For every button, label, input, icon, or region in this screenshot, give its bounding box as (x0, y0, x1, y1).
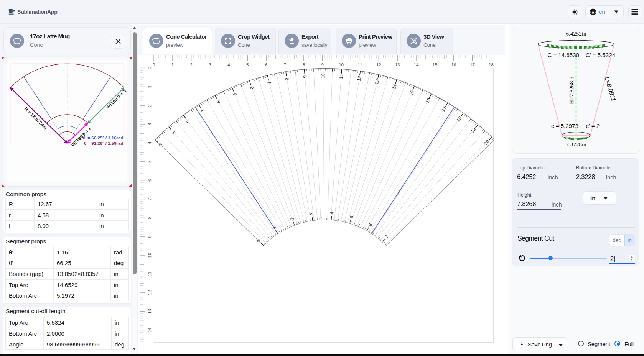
svg-text:11: 11 (338, 74, 344, 79)
svg-text:9: 9 (302, 75, 308, 78)
svg-text:4: 4 (216, 99, 222, 104)
svg-text:3: 3 (209, 62, 211, 67)
svg-text:15: 15 (408, 89, 415, 96)
svg-text:6: 6 (265, 62, 267, 67)
svg-text:17: 17 (470, 62, 475, 67)
svg-text:10: 10 (320, 73, 326, 79)
svg-text:4: 4 (329, 212, 334, 215)
svg-text:H=7.8268in: H=7.8268in (568, 76, 575, 104)
svg-text:5: 5 (349, 215, 354, 219)
svg-text:8: 8 (284, 77, 290, 80)
svg-text:1: 1 (171, 62, 174, 67)
svg-text:0: 0 (147, 67, 152, 69)
svg-text:14: 14 (391, 84, 398, 90)
svg-text:5: 5 (246, 62, 249, 67)
svg-text:16: 16 (451, 62, 456, 67)
svg-text:8: 8 (147, 217, 152, 219)
svg-text:15: 15 (433, 62, 438, 67)
svg-text:L=8.0911: L=8.0911 (603, 76, 617, 102)
svg-text:2: 2 (185, 118, 191, 124)
svg-text:6: 6 (249, 85, 255, 90)
svg-text:3: 3 (309, 212, 315, 215)
svg-text:1: 1 (171, 130, 176, 135)
svg-text:9: 9 (321, 62, 323, 67)
svg-text:13: 13 (395, 62, 400, 67)
svg-text:c = 5.2973: c = 5.2973 (551, 123, 578, 129)
svg-text:13: 13 (147, 309, 152, 314)
svg-text:16: 16 (425, 97, 432, 104)
svg-text:3: 3 (200, 108, 206, 113)
svg-text:2.3228in: 2.3228in (566, 141, 586, 148)
svg-text:1: 1 (271, 225, 277, 231)
svg-text:1: 1 (147, 85, 152, 88)
svg-text:6: 6 (147, 179, 152, 181)
svg-text:8: 8 (303, 62, 305, 67)
svg-text:C = 14.6530: C = 14.6530 (547, 52, 579, 58)
svg-text:2: 2 (190, 62, 192, 67)
svg-text:4: 4 (147, 141, 152, 144)
svg-text:12: 12 (147, 290, 152, 295)
svg-text:18: 18 (455, 115, 463, 123)
svg-text:4: 4 (227, 62, 230, 67)
svg-text:11: 11 (358, 62, 362, 67)
svg-text:2: 2 (289, 217, 295, 221)
svg-text:7: 7 (384, 234, 390, 240)
svg-text:7: 7 (147, 198, 152, 200)
svg-text:9: 9 (147, 235, 152, 238)
svg-text:10: 10 (339, 62, 344, 67)
svg-text:10: 10 (147, 253, 152, 258)
svg-text:3: 3 (147, 123, 152, 125)
svg-text:6.4252in: 6.4252in (566, 31, 586, 37)
svg-text:14: 14 (414, 62, 419, 67)
svg-text:18: 18 (489, 62, 494, 67)
svg-text:C' = 5.5324: C' = 5.5324 (586, 52, 616, 58)
svg-text:12: 12 (376, 62, 381, 67)
svg-text:2: 2 (147, 104, 152, 107)
svg-text:12: 12 (356, 75, 362, 82)
svg-text:17: 17 (440, 105, 448, 113)
svg-text:14: 14 (147, 328, 152, 333)
svg-text:5: 5 (147, 161, 152, 163)
svg-text:13: 13 (374, 79, 380, 85)
svg-text:7: 7 (266, 80, 272, 84)
svg-text:c' = 2: c' = 2 (586, 123, 600, 129)
svg-text:5: 5 (232, 92, 238, 97)
svg-text:11: 11 (147, 272, 152, 276)
svg-text:7: 7 (284, 62, 286, 67)
